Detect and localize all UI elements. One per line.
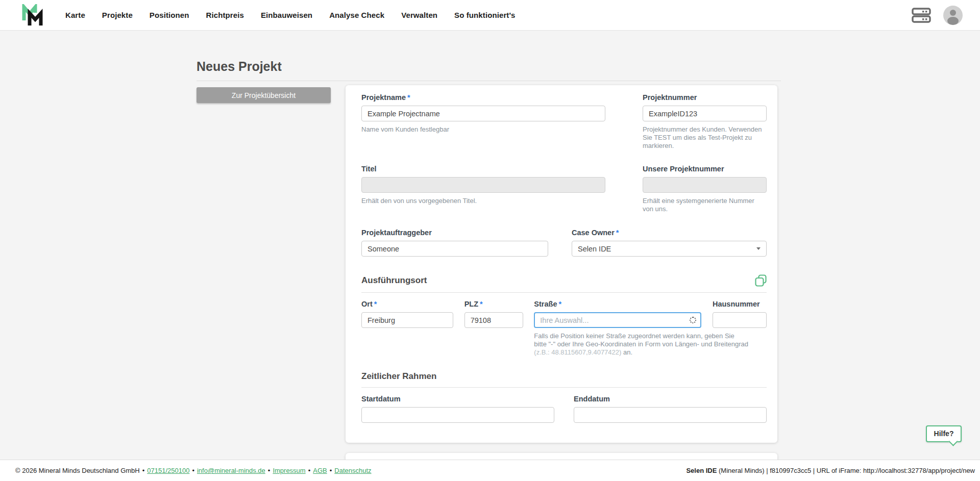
form-row-titel-unsere-nummer: Titel Erhält den von uns vorgegebenen Ti… bbox=[361, 165, 767, 213]
ausfuehrungsort-divider bbox=[361, 292, 767, 293]
unsere-projektnummer-input bbox=[643, 177, 767, 193]
ort-label: Ort* bbox=[361, 300, 453, 308]
logo-icon bbox=[21, 4, 45, 27]
required-asterisk: * bbox=[407, 93, 410, 102]
case-owner-selected-value: Selen IDE bbox=[578, 245, 611, 253]
field-ort: Ort* bbox=[361, 300, 453, 357]
footer-separator: • bbox=[330, 467, 332, 474]
case-owner-label-text: Case Owner bbox=[572, 229, 615, 237]
nav-item-projekte[interactable]: Projekte bbox=[102, 11, 133, 19]
footer-email-link[interactable]: info@mineral-minds.de bbox=[197, 467, 265, 474]
ausfuehrungsort-title: Ausführungsort bbox=[361, 275, 427, 286]
enddatum-label: Enddatum bbox=[574, 395, 767, 403]
header-right-controls bbox=[912, 6, 963, 25]
nav-item-einbauweisen[interactable]: Einbauweisen bbox=[261, 11, 312, 19]
hausnummer-label: Hausnummer bbox=[713, 300, 767, 308]
strasse-label: Straße* bbox=[534, 300, 701, 308]
field-strasse: Straße* Falls die Position keiner Straße… bbox=[534, 300, 701, 357]
required-asterisk: * bbox=[480, 300, 483, 308]
hausnummer-input[interactable] bbox=[713, 312, 767, 328]
ort-label-text: Ort bbox=[361, 300, 373, 308]
case-owner-label: Case Owner* bbox=[572, 229, 767, 237]
titel-input bbox=[361, 177, 605, 193]
field-projektnummer: Projektnummer Projektnummer des Kunden. … bbox=[643, 93, 767, 150]
footer-status: Selen IDE (Mineral Minds) | f810997c3cc5… bbox=[686, 467, 975, 474]
unsere-projektnummer-helper: Erhält eine systemgenerierte Nummer von … bbox=[643, 197, 767, 213]
footer-datenschutz-link[interactable]: Datenschutz bbox=[334, 467, 371, 474]
field-unsere-projektnummer: Unsere Projektnummer Erhält eine systemg… bbox=[643, 165, 767, 213]
required-asterisk: * bbox=[558, 300, 561, 308]
plz-input[interactable] bbox=[464, 312, 523, 328]
main-nav: Karte Projekte Positionen Richtpreis Ein… bbox=[65, 11, 516, 19]
new-project-form-card: Projektname* Name vom Kunden festlegbar … bbox=[346, 85, 777, 443]
help-button[interactable]: Hilfe? bbox=[926, 425, 962, 442]
section-zeitlicher-rahmen: Zeitlicher Rahmen bbox=[361, 371, 767, 382]
titel-label: Titel bbox=[361, 165, 605, 173]
projektname-input[interactable] bbox=[361, 106, 605, 121]
section-ausfuehrungsort: Ausführungsort bbox=[361, 274, 767, 287]
footer-status-rest: (Mineral Minds) | f810997c3cc5 | URL of … bbox=[717, 467, 975, 474]
projektauftraggeber-label: Projektauftraggeber bbox=[361, 229, 548, 237]
nav-item-so-funktionierts[interactable]: So funktioniert's bbox=[454, 11, 515, 19]
form-row-dates: Startdatum Enddatum bbox=[361, 395, 767, 423]
plz-label: PLZ* bbox=[464, 300, 523, 308]
field-enddatum: Enddatum bbox=[574, 395, 767, 423]
footer-separator: • bbox=[192, 467, 194, 474]
title-divider bbox=[197, 81, 781, 81]
copy-icon[interactable] bbox=[755, 274, 767, 287]
nav-item-verwalten[interactable]: Verwalten bbox=[401, 11, 437, 19]
user-avatar[interactable] bbox=[943, 6, 963, 25]
projektnummer-input[interactable] bbox=[643, 106, 767, 121]
strasse-input-wrap bbox=[534, 312, 701, 328]
required-asterisk: * bbox=[374, 300, 377, 308]
back-to-project-overview-button[interactable]: Zur Projektübersicht bbox=[197, 87, 331, 103]
field-titel: Titel Erhält den von uns vorgegebenen Ti… bbox=[361, 165, 605, 213]
strasse-helper-example: (z.B.: 48.8115607,9.4077422) bbox=[534, 348, 621, 356]
zeitlicher-rahmen-divider bbox=[361, 387, 767, 388]
nav-item-karte[interactable]: Karte bbox=[65, 11, 85, 19]
strasse-label-text: Straße bbox=[534, 300, 557, 308]
startdatum-input[interactable] bbox=[361, 407, 554, 423]
nav-item-positionen[interactable]: Positionen bbox=[150, 11, 189, 19]
footer-separator: • bbox=[308, 467, 311, 474]
chevron-down-icon bbox=[756, 247, 761, 250]
footer-left: © 2026 Mineral Minds Deutschland GmbH • … bbox=[15, 467, 372, 474]
footer-agb-link[interactable]: AGB bbox=[313, 467, 327, 474]
page-title: Neues Projekt bbox=[197, 59, 781, 74]
server-icon[interactable] bbox=[912, 7, 931, 23]
footer-impressum-link[interactable]: Impressum bbox=[273, 467, 305, 474]
field-case-owner: Case Owner* Selen IDE bbox=[572, 229, 767, 257]
zeitlicher-rahmen-title: Zeitlicher Rahmen bbox=[361, 371, 436, 382]
projektnummer-helper: Projektnummer des Kunden. Verwenden Sie … bbox=[643, 125, 767, 150]
footer-separator: • bbox=[268, 467, 271, 474]
footer-status-user: Selen IDE bbox=[686, 467, 717, 474]
enddatum-input[interactable] bbox=[574, 407, 767, 423]
footer-separator: • bbox=[142, 467, 145, 474]
strasse-helper-suffix: an. bbox=[621, 348, 632, 356]
case-owner-select[interactable]: Selen IDE bbox=[572, 241, 767, 257]
footer-bar: © 2026 Mineral Minds Deutschland GmbH • … bbox=[0, 460, 980, 481]
projektname-helper: Name vom Kunden festlegbar bbox=[361, 125, 605, 134]
field-projektauftraggeber: Projektauftraggeber bbox=[361, 229, 548, 257]
projektauftraggeber-input[interactable] bbox=[361, 241, 548, 257]
form-row-address: Ort* PLZ* Straße* Falls die Position kei… bbox=[361, 300, 767, 357]
mineral-minds-logo[interactable] bbox=[21, 4, 45, 27]
ort-input[interactable] bbox=[361, 312, 453, 328]
startdatum-label: Startdatum bbox=[361, 395, 554, 403]
field-hausnummer: Hausnummer bbox=[713, 300, 767, 357]
footer-phone-link[interactable]: 07151/250100 bbox=[147, 467, 189, 474]
titel-helper: Erhält den von uns vorgegebenen Titel. bbox=[361, 197, 605, 205]
strasse-input[interactable] bbox=[534, 312, 701, 328]
form-row-auftraggeber-owner: Projektauftraggeber Case Owner* Selen ID… bbox=[361, 229, 767, 257]
page-header: Neues Projekt bbox=[197, 59, 781, 81]
field-startdatum: Startdatum bbox=[361, 395, 554, 423]
top-nav-bar: Karte Projekte Positionen Richtpreis Ein… bbox=[0, 0, 980, 31]
form-row-name-number: Projektname* Name vom Kunden festlegbar … bbox=[361, 93, 767, 150]
required-asterisk: * bbox=[616, 229, 619, 237]
plz-label-text: PLZ bbox=[464, 300, 478, 308]
projektname-label-text: Projektname bbox=[361, 93, 406, 102]
nav-item-analyse-check[interactable]: Analyse Check bbox=[329, 11, 384, 19]
unsere-projektnummer-label: Unsere Projektnummer bbox=[643, 165, 767, 173]
nav-item-richtpreis[interactable]: Richtpreis bbox=[206, 11, 244, 19]
field-projektname: Projektname* Name vom Kunden festlegbar bbox=[361, 93, 605, 150]
